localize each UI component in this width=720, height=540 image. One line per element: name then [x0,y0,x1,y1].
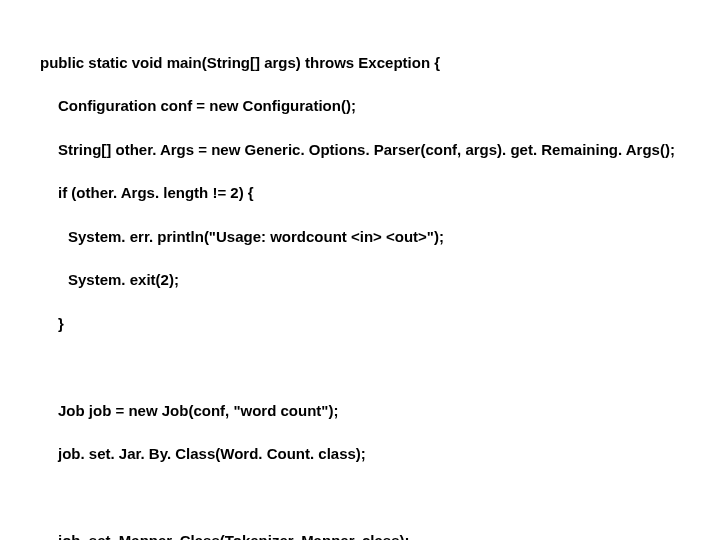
code-line: System. exit(2); [40,269,680,291]
code-line: String[] other. Args = new Generic. Opti… [40,139,680,161]
code-line: job. set. Jar. By. Class(Word. Count. cl… [40,443,680,465]
code-block: public static void main(String[] args) t… [40,30,680,540]
code-line: Job job = new Job(conf, "word count"); [40,400,680,422]
blank-line [40,356,680,378]
code-line: if (other. Args. length != 2) { [40,182,680,204]
code-line: System. err. println("Usage: wordcount <… [40,226,680,248]
blank-line [40,487,680,509]
code-line: job. set. Mapper. Class(Tokenizer. Mappe… [40,530,680,540]
code-line: Configuration conf = new Configuration()… [40,95,680,117]
code-line: } [40,313,680,335]
code-line: public static void main(String[] args) t… [40,52,680,74]
